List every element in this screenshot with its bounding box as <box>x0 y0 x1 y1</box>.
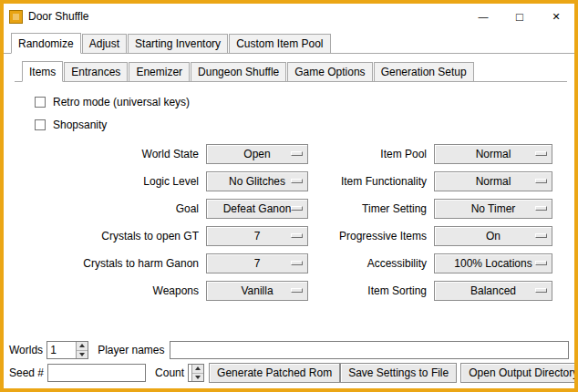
worlds-spinner <box>46 341 88 359</box>
world-state-dropdown[interactable]: Open <box>206 144 308 164</box>
tab-custom-item-pool[interactable]: Custom Item Pool <box>229 34 330 54</box>
progressive-items-value: On <box>486 230 501 242</box>
weapons-dropdown[interactable]: Vanilla <box>206 281 308 301</box>
options-grid: World State Open Item Pool Normal Logic … <box>42 140 567 304</box>
item-sorting-label: Item Sorting <box>315 284 427 297</box>
item-sorting-dropdown[interactable]: Balanced <box>434 281 552 301</box>
tab-entrances[interactable]: Entrances <box>64 62 128 82</box>
app-icon <box>9 10 23 24</box>
timer-setting-value: No Timer <box>471 202 516 215</box>
dropdown-indicator-icon <box>535 288 547 293</box>
seed-label: Seed # <box>9 366 44 379</box>
worlds-spinner-up[interactable] <box>77 342 88 351</box>
tab-game-options[interactable]: Game Options <box>287 62 372 82</box>
accessibility-value: 100% Locations <box>454 257 532 270</box>
arrow-up-icon <box>195 366 201 370</box>
item-functionality-label: Item Functionality <box>315 175 427 188</box>
crystals-harm-ganon-label: Crystals to harm Ganon <box>42 257 199 270</box>
count-spinner-down[interactable] <box>192 374 203 382</box>
retro-mode-checkbox[interactable] <box>35 97 46 108</box>
tab-dungeon-shuffle[interactable]: Dungeon Shuffle <box>191 62 286 82</box>
tab-generation-setup[interactable]: Generation Setup <box>374 62 474 82</box>
open-output-directory-button[interactable]: Open Output Directory <box>460 363 578 383</box>
progressive-items-label: Progressive Items <box>315 230 427 242</box>
crystals-open-gt-label: Crystals to open GT <box>42 230 199 242</box>
seed-input[interactable] <box>47 364 146 382</box>
close-button[interactable]: ✕ <box>538 4 574 29</box>
shopsanity-row: Shopsanity <box>35 119 567 131</box>
goal-value: Defeat Ganon <box>223 202 292 215</box>
weapons-label: Weapons <box>42 284 199 297</box>
tab-enemizer[interactable]: Enemizer <box>129 62 190 82</box>
accessibility-dropdown[interactable]: 100% Locations <box>434 253 552 273</box>
dropdown-indicator-icon <box>291 179 303 183</box>
worlds-label: Worlds <box>9 344 43 356</box>
shopsanity-label: Shopsanity <box>53 119 107 131</box>
dropdown-indicator-icon <box>291 206 303 211</box>
dropdown-indicator-icon <box>291 288 303 293</box>
crystals-harm-ganon-value: 7 <box>254 257 261 270</box>
dropdown-indicator-icon <box>291 151 303 156</box>
progressive-items-dropdown[interactable]: On <box>434 226 552 246</box>
worlds-input[interactable] <box>47 342 76 358</box>
items-pane: Retro mode (universal keys) Shopsanity W… <box>15 82 567 304</box>
logic-level-dropdown[interactable]: No Glitches <box>206 171 308 191</box>
seed-row: Seed # Count Generate Patched Rom Save S… <box>9 363 569 383</box>
count-spinner-arrows <box>191 365 203 381</box>
dropdown-indicator-icon <box>535 206 547 211</box>
titlebar: Door Shuffle — □ ✕ <box>4 4 574 29</box>
tab-randomize[interactable]: Randomize <box>11 33 81 54</box>
dropdown-indicator-icon <box>535 233 547 238</box>
player-names-input[interactable] <box>170 341 570 359</box>
goal-dropdown[interactable]: Defeat Ganon <box>206 199 308 219</box>
arrow-down-icon <box>195 376 201 379</box>
arrow-down-icon <box>79 353 85 356</box>
world-state-value: Open <box>243 148 270 160</box>
accessibility-label: Accessibility <box>315 257 427 270</box>
worlds-row: Worlds Player names <box>9 341 569 359</box>
worlds-spinner-down[interactable] <box>77 351 88 359</box>
bottom-bar: Worlds Player names Seed # Count <box>4 341 574 388</box>
save-settings-button[interactable]: Save Settings to File <box>340 363 457 383</box>
world-state-label: World State <box>42 148 199 160</box>
generate-patched-rom-button[interactable]: Generate Patched Rom <box>209 363 340 383</box>
item-pool-dropdown[interactable]: Normal <box>434 144 552 164</box>
dropdown-indicator-icon <box>535 179 547 183</box>
maximize-button[interactable]: □ <box>501 4 538 29</box>
dropdown-indicator-icon <box>291 233 303 238</box>
logic-level-value: No Glitches <box>229 175 285 188</box>
tab-starting-inventory[interactable]: Starting Inventory <box>128 34 228 54</box>
count-label: Count <box>155 366 184 379</box>
timer-setting-label: Timer Setting <box>315 202 427 215</box>
item-pool-label: Item Pool <box>315 148 427 160</box>
item-functionality-value: Normal <box>476 175 511 188</box>
dropdown-indicator-icon <box>535 151 547 156</box>
item-pool-value: Normal <box>476 148 511 160</box>
crystals-open-gt-dropdown[interactable]: 7 <box>206 226 308 246</box>
logic-level-label: Logic Level <box>42 175 199 188</box>
main-tab-bar: Randomize Adjust Starting Inventory Cust… <box>4 33 574 54</box>
timer-setting-dropdown[interactable]: No Timer <box>434 199 552 219</box>
retro-mode-label: Retro mode (universal keys) <box>53 96 190 108</box>
sub-tab-bar: Items Entrances Enemizer Dungeon Shuffle… <box>15 61 567 82</box>
count-spinner <box>188 364 204 382</box>
crystals-harm-ganon-dropdown[interactable]: 7 <box>206 253 308 273</box>
item-sorting-value: Balanced <box>470 284 516 297</box>
arrow-up-icon <box>79 344 85 347</box>
randomize-pane: Items Entrances Enemizer Dungeon Shuffle… <box>15 61 567 304</box>
goal-label: Goal <box>42 202 199 215</box>
window: Door Shuffle — □ ✕ Randomize Adjust Star… <box>0 0 578 392</box>
count-spinner-up[interactable] <box>192 365 203 374</box>
worlds-spinner-arrows <box>76 342 88 358</box>
item-functionality-dropdown[interactable]: Normal <box>434 171 552 191</box>
dropdown-indicator-icon <box>291 261 303 265</box>
tab-items[interactable]: Items <box>22 61 63 82</box>
shopsanity-checkbox[interactable] <box>35 119 46 130</box>
crystals-open-gt-value: 7 <box>254 230 261 242</box>
tab-adjust[interactable]: Adjust <box>82 34 127 54</box>
window-title: Door Shuffle <box>28 10 89 23</box>
minimize-button[interactable]: — <box>465 4 501 29</box>
retro-mode-row: Retro mode (universal keys) <box>35 96 567 108</box>
dropdown-indicator-icon <box>535 261 547 265</box>
player-names-label: Player names <box>98 344 164 356</box>
